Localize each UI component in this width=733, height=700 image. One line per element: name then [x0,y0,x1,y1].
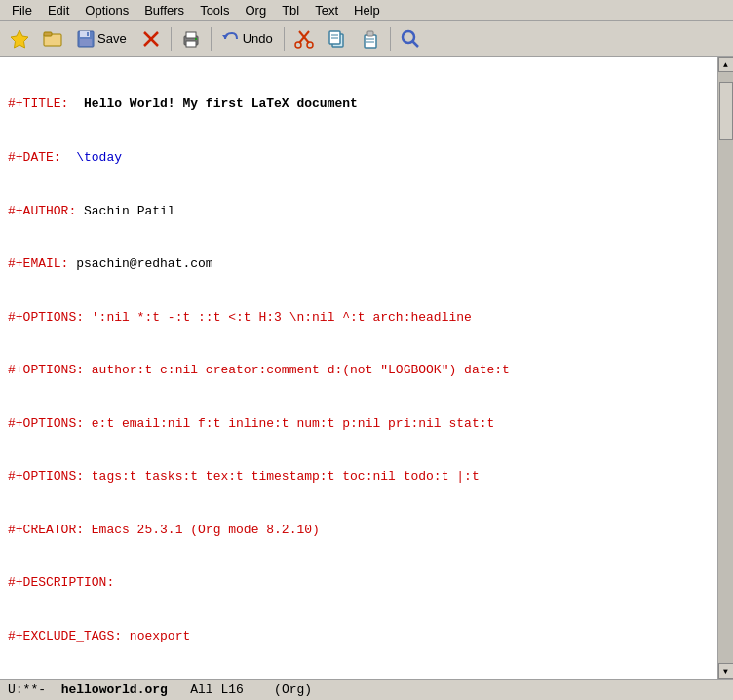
menu-buffers[interactable]: Buffers [136,2,192,19]
svg-rect-24 [367,31,373,36]
separator-2 [211,27,212,51]
toolbar: Save Undo [0,21,733,57]
svg-rect-7 [87,32,89,36]
editor-area: #+TITLE: Hello World! My first LaTeX doc… [0,57,733,679]
line-options-4: #+OPTIONS: tags:t tasks:t tex:t timestam… [8,468,710,486]
undo-label: Undo [243,31,273,46]
svg-point-18 [307,42,313,48]
line-email: #+EMAIL: psachin@redhat.com [8,255,710,273]
open-button[interactable] [37,24,68,54]
line-options-2: #+OPTIONS: author:t c:nil creator:commen… [8,362,710,379]
new-button[interactable] [4,24,35,54]
scroll-down-arrow[interactable]: ▼ [718,663,734,679]
svg-point-27 [403,31,414,43]
separator-4 [390,27,391,51]
svg-line-28 [412,41,418,47]
line-creator: #+CREATOR: Emacs 25.3.1 (Org mode 8.2.10… [8,522,710,539]
status-major-mode: (Org) [274,682,312,697]
close-button[interactable] [135,24,167,54]
copy-button[interactable] [322,24,353,54]
status-filename: helloworld.org [61,682,168,697]
search-icon [400,28,421,50]
svg-rect-3 [44,32,52,36]
svg-point-17 [295,42,301,48]
line-title: #+TITLE: Hello World! My first LaTeX doc… [8,96,710,113]
save-button[interactable]: Save [70,24,134,54]
editor-content[interactable]: #+TITLE: Hello World! My first LaTeX doc… [0,57,717,679]
status-position: All L16 [190,682,244,697]
menu-text[interactable]: Text [307,2,346,19]
scroll-up-arrow[interactable]: ▲ [718,57,734,72]
search-button[interactable] [395,24,426,54]
svg-rect-11 [186,32,196,38]
separator-1 [171,27,172,51]
line-date: #+DATE: \today [8,149,710,167]
open-icon [42,28,63,50]
menu-tbl[interactable]: Tbl [274,2,307,19]
save-icon [77,30,95,48]
scrollbar-track[interactable] [718,72,733,663]
svg-marker-0 [11,30,28,48]
menu-help[interactable]: Help [346,2,388,19]
print-button[interactable] [175,24,207,54]
status-spacer [46,682,61,697]
cut-icon [294,29,314,49]
copy-icon [328,29,347,49]
separator-3 [284,27,285,51]
menu-bar: File Edit Options Buffers Tools Org Tbl … [0,0,733,21]
status-bar: U:**- helloworld.org All L16 (Org) [0,679,733,700]
line-options-1: #+OPTIONS: ':nil *:t -:t ::t <:t H:3 \n:… [8,309,710,327]
new-icon [9,28,30,50]
line-options-3: #+OPTIONS: e:t email:nil f:t inline:t nu… [8,415,710,433]
menu-file[interactable]: File [4,2,40,19]
line-author: #+AUTHOR: Sachin Patil [8,203,710,220]
status-spacer2 [168,682,190,697]
paste-icon [361,29,380,49]
status-mode: U:**- [8,682,46,697]
menu-tools[interactable]: Tools [192,2,237,19]
status-spacer3 [244,682,274,697]
svg-marker-14 [222,35,228,39]
save-label: Save [97,31,127,46]
scrollbar-thumb[interactable] [719,82,733,140]
print-icon [181,29,201,49]
cut-button[interactable] [289,24,320,54]
undo-button[interactable]: Undo [215,24,280,54]
line-description: #+DESCRIPTION: [8,574,710,592]
menu-edit[interactable]: Edit [40,2,77,19]
menu-options[interactable]: Options [77,2,136,19]
menu-org[interactable]: Org [237,2,274,19]
close-icon [141,29,161,49]
line-exclude: #+EXCLUDE_TAGS: noexport [8,628,710,645]
paste-button[interactable] [355,24,386,54]
undo-icon [222,30,240,48]
svg-rect-6 [80,39,92,46]
scrollbar[interactable]: ▲ ▼ [717,57,733,679]
svg-rect-12 [186,41,196,47]
svg-rect-13 [195,38,197,40]
